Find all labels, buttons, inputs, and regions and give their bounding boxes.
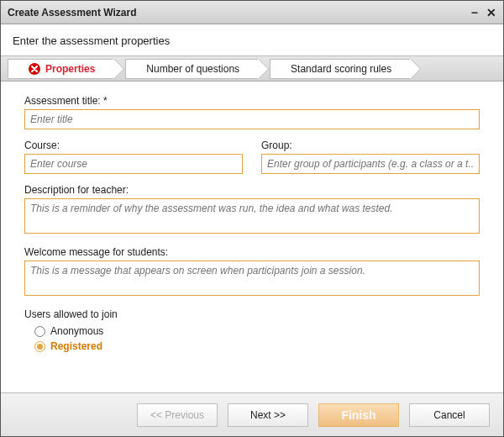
assessment-title-input[interactable] xyxy=(24,109,480,129)
step-standard-scoring-rules[interactable]: Standard scoring rules xyxy=(270,59,410,79)
previous-button[interactable]: << Previous xyxy=(137,403,218,427)
course-label: Course: xyxy=(24,140,243,151)
radio-icon xyxy=(34,326,45,337)
radio-icon xyxy=(34,341,45,352)
wizard-footer: << Previous Next >> Finish Cancel xyxy=(1,392,503,436)
field-users-allowed: Users allowed to join Anonymous Register… xyxy=(24,308,480,352)
window-controls: − ✕ xyxy=(471,6,496,19)
step-label: Number of questions xyxy=(146,59,239,79)
minimize-icon[interactable]: − xyxy=(471,6,478,19)
wizard-subtitle: Enter the assessment properties xyxy=(1,24,503,56)
step-number-of-questions[interactable]: Number of questions xyxy=(125,59,258,79)
assessment-title-label: Assessment title: * xyxy=(24,95,480,107)
step-properties[interactable]: Properties xyxy=(8,59,113,79)
next-button[interactable]: Next >> xyxy=(228,403,308,427)
description-textarea[interactable] xyxy=(24,198,480,234)
finish-button[interactable]: Finish xyxy=(318,403,399,427)
field-description: Description for teacher: xyxy=(24,184,480,236)
error-icon xyxy=(29,63,40,75)
form-body: Assessment title: * Course: Group: Descr… xyxy=(1,82,503,392)
description-label: Description for teacher: xyxy=(24,184,480,196)
cancel-button[interactable]: Cancel xyxy=(409,403,490,427)
wizard-window: Create Assessment Wizard − ✕ Enter the a… xyxy=(0,0,504,437)
window-title: Create Assessment Wizard xyxy=(8,7,137,18)
radio-anonymous-label: Anonymous xyxy=(50,325,103,337)
group-label: Group: xyxy=(261,140,480,151)
step-bar: Properties Number of questions Standard … xyxy=(1,56,503,82)
welcome-textarea[interactable] xyxy=(24,261,480,296)
course-input[interactable] xyxy=(24,154,243,174)
field-welcome: Welcome message for students: xyxy=(24,246,480,298)
radio-anonymous[interactable]: Anonymous xyxy=(34,325,480,337)
radio-registered[interactable]: Registered xyxy=(34,340,480,352)
users-allowed-label: Users allowed to join xyxy=(24,308,480,320)
welcome-label: Welcome message for students: xyxy=(24,246,480,258)
close-icon[interactable]: ✕ xyxy=(486,6,496,19)
group-input[interactable] xyxy=(261,154,480,174)
field-course: Course: xyxy=(24,140,243,174)
field-group: Group: xyxy=(261,140,480,174)
titlebar: Create Assessment Wizard − ✕ xyxy=(1,1,503,24)
radio-registered-label: Registered xyxy=(50,340,102,352)
field-assessment-title: Assessment title: * xyxy=(24,95,480,129)
step-label: Properties xyxy=(45,59,95,79)
step-label: Standard scoring rules xyxy=(291,59,391,79)
